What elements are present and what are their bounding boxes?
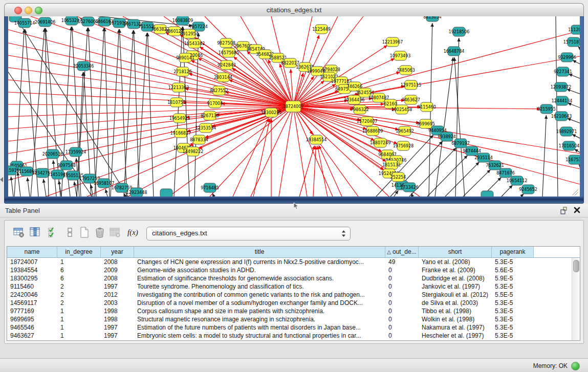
table-cell: Dudbridge et al. (2008) bbox=[419, 274, 492, 282]
memory-status-indicator[interactable] bbox=[571, 362, 580, 370]
table-cell: 1997 bbox=[101, 323, 134, 332]
graph-node-label: 20691406 bbox=[35, 20, 56, 25]
network-canvas[interactable]: 1872400714055714206914061065328715276062… bbox=[8, 16, 580, 196]
graph-node-label: 8813054 bbox=[423, 16, 442, 19]
graph-node[interactable]: 252254 bbox=[390, 172, 406, 182]
graph-node-label: 9463627 bbox=[402, 98, 420, 102]
graph-node-label: 1167534 bbox=[565, 158, 580, 162]
graph-node[interactable] bbox=[481, 191, 493, 196]
graph-node[interactable] bbox=[160, 189, 172, 196]
table-row[interactable]: 977716911998Corpus callosum shape and si… bbox=[7, 307, 580, 315]
network-window-titlebar[interactable]: citations_edges.txt bbox=[4, 3, 584, 17]
graph-node-label: 12353534 bbox=[195, 126, 216, 130]
graph-node-label: 62160 bbox=[384, 102, 397, 106]
select-rows-icon[interactable] bbox=[47, 226, 59, 238]
graph-node-label: 9242843 bbox=[217, 63, 236, 68]
column-header-name[interactable]: name bbox=[7, 247, 57, 257]
graph-node-label: 20364436 bbox=[344, 98, 365, 102]
network-table-select[interactable]: citations_edges.txt bbox=[146, 227, 351, 240]
table-cell: 0 bbox=[385, 323, 419, 332]
table-row[interactable]: 1872400712008Changes of HCN gene express… bbox=[7, 258, 580, 266]
graph-node[interactable]: 917004 bbox=[207, 99, 223, 108]
graph-node-label: 10973493 bbox=[390, 54, 411, 58]
table-body: 1872400712008Changes of HCN gene express… bbox=[7, 258, 580, 340]
graph-node-label: 9699695 bbox=[417, 122, 435, 126]
graph-node-label: 1810755 bbox=[167, 100, 186, 105]
graph-node-label: 19654923 bbox=[169, 116, 190, 121]
table-row[interactable]: 1938455462009Genome-wide association stu… bbox=[7, 266, 580, 274]
table-cell: 5.3E-5 bbox=[492, 307, 534, 315]
show-columns-icon[interactable] bbox=[29, 226, 41, 238]
table-cell: Yano et al. (2008) bbox=[419, 258, 492, 266]
table-cell: Changes of HCN gene expression and I(f) … bbox=[134, 258, 385, 266]
delete-rows-icon[interactable] bbox=[94, 226, 106, 238]
function-builder-icon[interactable]: f(x) bbox=[126, 226, 142, 238]
table-cell: 5.3E-5 bbox=[492, 323, 534, 332]
float-panel-icon[interactable] bbox=[559, 206, 568, 214]
table-header-row: namein_degreeyeartitle△out_de...shortpag… bbox=[7, 247, 580, 258]
table-panel-body: f(x) citations_edges.txt namein_degreeye… bbox=[4, 220, 584, 344]
column-header-pagerank[interactable]: pagerank bbox=[492, 247, 534, 257]
table-cell: de Silva et al. (2003) bbox=[419, 299, 492, 307]
graph-node-label: 7857224 bbox=[189, 25, 208, 29]
combo-arrows-icon bbox=[341, 230, 346, 239]
column-header-year[interactable]: year bbox=[101, 247, 134, 257]
table-panel: Table Panel bbox=[0, 204, 588, 358]
table-cell: Estimation of significance thresholds fo… bbox=[134, 274, 385, 282]
table-cell: Nakamura et al. (1997) bbox=[419, 323, 492, 332]
graph-node-label: 17359924 bbox=[66, 150, 86, 155]
graph-node-label: 8427552 bbox=[210, 89, 228, 93]
graph-node-label: 10025458 bbox=[391, 107, 412, 112]
graph-node-label: 8215955 bbox=[537, 107, 556, 112]
panel-divider-collapse-icon[interactable] bbox=[0, 177, 3, 182]
graph-node-label: 14498222 bbox=[183, 149, 204, 154]
graph-node-label: 9827508 bbox=[217, 41, 235, 46]
table-cell: 0 bbox=[385, 274, 419, 282]
graph-node-label: 917004 bbox=[207, 101, 223, 106]
table-row[interactable]: 1830029562008Estimation of significance … bbox=[7, 274, 580, 282]
table-cell: Jankovic et al. (1997) bbox=[419, 282, 492, 291]
table-cell: Embryonic stem cells: a model to study s… bbox=[134, 332, 385, 340]
graph-node-label: 17016504 bbox=[559, 144, 580, 148]
table-cell: 9777169 bbox=[7, 307, 57, 315]
graph-node-label: 9716485 bbox=[201, 186, 219, 190]
table-vertical-scrollbar[interactable] bbox=[572, 258, 580, 340]
graph-node-label: 19777163 bbox=[331, 79, 352, 84]
graph-node-label: 10688609 bbox=[362, 129, 383, 134]
table-cell: Wolkin et al. (1998) bbox=[419, 315, 492, 323]
table-cell: 1 bbox=[57, 307, 101, 315]
graph-node-label: 18724007 bbox=[283, 104, 304, 109]
graph-node-label: 1112074 bbox=[568, 28, 580, 32]
table-row[interactable]: 969969511998Structural magnetic resonanc… bbox=[7, 315, 580, 323]
table-row[interactable]: 946554611997Estimation of the future num… bbox=[7, 323, 580, 332]
column-header-in_degree[interactable]: in_degree bbox=[57, 247, 101, 257]
table-row[interactable]: 1456911722003Disruption of a novel membe… bbox=[7, 299, 580, 307]
graph-node[interactable]: 18724007 bbox=[283, 101, 304, 112]
table-settings-icon[interactable] bbox=[13, 226, 25, 238]
graph-node-label: 18300295 bbox=[261, 111, 282, 115]
close-panel-icon[interactable] bbox=[573, 206, 581, 214]
table-row[interactable]: 911546021997Tourette syndrome. Phenomeno… bbox=[7, 282, 580, 291]
graph-node-label: 19218506 bbox=[449, 30, 470, 34]
memory-status-label: Memory: OK bbox=[533, 362, 568, 369]
table-cell: 1997 bbox=[101, 332, 134, 340]
column-header-short[interactable]: short bbox=[419, 247, 492, 257]
graph-node-label: 12213363 bbox=[168, 85, 189, 90]
table-row[interactable]: 2242004622012Investigating the contribut… bbox=[7, 291, 580, 299]
table-cell: 5.3E-5 bbox=[492, 315, 534, 323]
network-window-bottom-border bbox=[5, 196, 583, 203]
cytoscape-screen: citations_edges.txt 18724007140557142069… bbox=[0, 0, 588, 372]
column-header-title[interactable]: title bbox=[134, 247, 385, 257]
graph-node-label: 8471676 bbox=[496, 171, 515, 176]
row-height-icon[interactable] bbox=[64, 226, 76, 238]
table-panel-header: Table Panel bbox=[0, 204, 588, 217]
table-row[interactable]: 946362711997Embryonic stem cells: a mode… bbox=[7, 332, 580, 340]
scrollbar-thumb[interactable] bbox=[573, 260, 579, 272]
network-window: citations_edges.txt 18724007140557142069… bbox=[4, 3, 584, 204]
graph-node-label: 9227341 bbox=[554, 70, 572, 74]
create-table-icon[interactable] bbox=[78, 226, 91, 238]
graph-node-label: 17957253 bbox=[79, 177, 100, 181]
graph-node-label: 19384554 bbox=[306, 138, 327, 142]
column-header-out_de[interactable]: △out_de... bbox=[385, 247, 419, 257]
table-cell: 49 bbox=[385, 258, 419, 266]
